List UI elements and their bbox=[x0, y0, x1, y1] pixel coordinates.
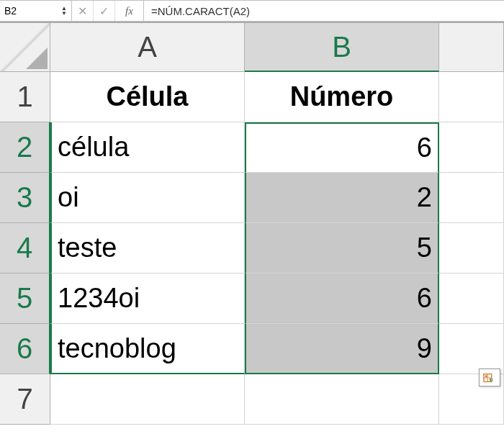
autofill-icon: + bbox=[483, 373, 496, 383]
cell-C4[interactable] bbox=[439, 223, 504, 273]
cell-A4[interactable]: teste bbox=[50, 223, 245, 273]
cell-C3[interactable] bbox=[439, 173, 504, 223]
chevron-down-icon: ▼ bbox=[61, 11, 67, 16]
row-header-7[interactable]: 7 bbox=[0, 374, 50, 425]
close-icon: ✕ bbox=[78, 4, 87, 18]
cell-A1[interactable]: Célula bbox=[50, 72, 245, 122]
row-header-3[interactable]: 3 bbox=[0, 173, 50, 223]
row-header-4[interactable]: 4 bbox=[0, 223, 50, 273]
cell-C5[interactable] bbox=[439, 273, 504, 324]
cell-A3[interactable]: oi bbox=[50, 173, 245, 223]
svg-text:+: + bbox=[491, 378, 493, 381]
cell-B7[interactable] bbox=[245, 374, 439, 425]
name-box-stepper[interactable]: ▲ ▼ bbox=[61, 6, 67, 16]
select-all-corner[interactable] bbox=[0, 23, 50, 72]
formula-text: =NÚM.CARACT(A2) bbox=[151, 5, 250, 17]
autofill-options-button[interactable]: + bbox=[479, 369, 500, 386]
name-box[interactable]: B2 ▲ ▼ bbox=[0, 1, 72, 21]
cell-B5[interactable]: 6 bbox=[245, 273, 439, 324]
name-box-value: B2 bbox=[4, 5, 61, 17]
row-header-1[interactable]: 1 bbox=[0, 72, 50, 122]
cell-A6[interactable]: tecnoblog bbox=[50, 324, 245, 374]
row-header-2[interactable]: 2 bbox=[0, 122, 50, 173]
cell-B1[interactable]: Número bbox=[245, 72, 439, 122]
cell-B6[interactable]: 9 bbox=[245, 324, 439, 374]
cell-B4[interactable]: 5 bbox=[245, 223, 439, 273]
column-header-B[interactable]: B bbox=[245, 23, 439, 72]
cell-B2[interactable]: 6 bbox=[245, 122, 439, 173]
cell-C2[interactable] bbox=[439, 122, 504, 173]
check-icon: ✓ bbox=[99, 4, 109, 18]
cell-A2[interactable]: célula bbox=[50, 122, 245, 173]
svg-rect-1 bbox=[485, 375, 487, 377]
row-header-6[interactable]: 6 bbox=[0, 324, 50, 374]
cell-A5[interactable]: 1234oi bbox=[50, 273, 245, 324]
fx-label[interactable]: fx bbox=[115, 1, 144, 21]
formula-input[interactable]: =NÚM.CARACT(A2) bbox=[144, 1, 504, 21]
cell-B3[interactable]: 2 bbox=[245, 173, 439, 223]
cell-C1[interactable] bbox=[439, 72, 504, 122]
accept-formula-button[interactable]: ✓ bbox=[94, 1, 115, 21]
formula-bar: B2 ▲ ▼ ✕ ✓ fx =NÚM.CARACT(A2) bbox=[0, 0, 504, 22]
cell-A7[interactable] bbox=[50, 374, 245, 425]
column-header-C[interactable] bbox=[439, 23, 504, 72]
row-header-5[interactable]: 5 bbox=[0, 273, 50, 324]
cancel-formula-button[interactable]: ✕ bbox=[72, 1, 94, 21]
cell-C6[interactable]: + bbox=[439, 324, 504, 374]
spreadsheet-grid: A B 1 Célula Número 2 célula 6 3 oi 2 4 … bbox=[0, 22, 504, 425]
column-header-A[interactable]: A bbox=[50, 23, 245, 72]
